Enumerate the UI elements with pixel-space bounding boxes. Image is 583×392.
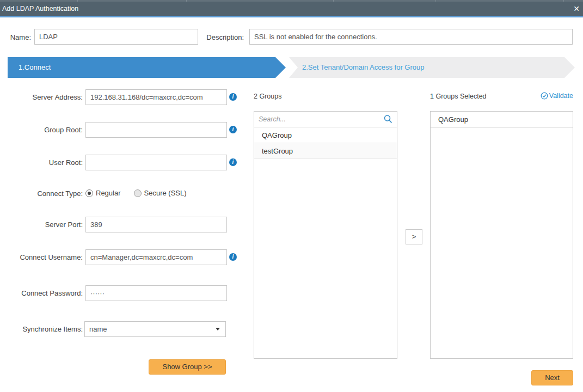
- user-root-field[interactable]: [85, 155, 227, 170]
- description-label: Description:: [202, 33, 244, 41]
- close-icon[interactable]: ✕: [573, 2, 580, 16]
- dialog-titlebar: Add LDAP Authentication ✕: [0, 2, 583, 16]
- server-address-field[interactable]: [85, 89, 227, 105]
- server-address-label: Server Address:: [0, 93, 83, 101]
- radio-regular-label: Regular: [96, 189, 121, 197]
- check-circle-icon: [541, 92, 548, 100]
- synchronize-items-select[interactable]: name: [84, 321, 226, 337]
- search-input[interactable]: [254, 112, 397, 127]
- validate-link[interactable]: Validate: [541, 92, 573, 100]
- connect-username-field[interactable]: [85, 249, 227, 265]
- server-port-field[interactable]: [85, 217, 227, 232]
- connect-password-label: Connect Password:: [0, 289, 83, 297]
- step-tab-connect[interactable]: 1.Connect: [8, 57, 286, 78]
- groups-count-label: 2 Groups: [254, 93, 281, 100]
- name-label: Name:: [0, 33, 31, 41]
- connect-type-options: RegularSecure (SSL): [85, 189, 200, 198]
- selected-groups-list: QAGroup: [430, 111, 573, 359]
- synchronize-items-label: Synchronize Items:: [0, 325, 83, 333]
- connect-type-label: Connect Type:: [0, 189, 83, 198]
- user-root-info-icon[interactable]: [229, 158, 237, 166]
- titlebar-accent-line: [0, 16, 583, 17]
- radio-secure-ssl[interactable]: [134, 189, 142, 197]
- list-item[interactable]: QAGroup: [254, 127, 397, 143]
- move-right-button[interactable]: >: [406, 229, 422, 244]
- group-root-info-icon[interactable]: [229, 126, 237, 133]
- radio-secure-ssl-label: Secure (SSL): [144, 189, 187, 197]
- radio-selected-dot: [88, 192, 91, 195]
- name-field[interactable]: [34, 29, 198, 45]
- connect-username-label: Connect Username:: [0, 253, 83, 261]
- next-button[interactable]: Next: [531, 370, 573, 385]
- dialog-title: Add LDAP Authentication: [2, 2, 78, 16]
- description-field[interactable]: [249, 29, 573, 45]
- server-port-label: Server Port:: [0, 220, 83, 229]
- synchronize-items-value: name: [89, 325, 107, 333]
- connect-password-field[interactable]: [85, 285, 227, 301]
- search-icon[interactable]: [383, 114, 393, 126]
- server-address-info-icon[interactable]: [229, 93, 237, 101]
- list-item[interactable]: testGroup: [254, 143, 397, 159]
- user-root-label: User Root:: [0, 158, 83, 167]
- chevron-down-icon: [216, 328, 220, 330]
- step-tab-tenant-access[interactable]: 2.Set Tenant/Domain Access for Group: [289, 57, 575, 78]
- selected-count-label: 1 Groups Selected: [430, 93, 487, 100]
- group-root-label: Group Root:: [0, 126, 83, 134]
- radio-regular[interactable]: [85, 189, 93, 197]
- validate-label: Validate: [549, 92, 573, 100]
- list-item[interactable]: QAGroup: [431, 112, 573, 128]
- group-root-field[interactable]: [85, 122, 227, 138]
- show-group-button[interactable]: Show Group >>: [149, 359, 226, 375]
- groups-list: QAGroup testGroup: [254, 111, 397, 359]
- group-search-row: [254, 112, 397, 127]
- connect-username-info-icon[interactable]: [229, 253, 237, 261]
